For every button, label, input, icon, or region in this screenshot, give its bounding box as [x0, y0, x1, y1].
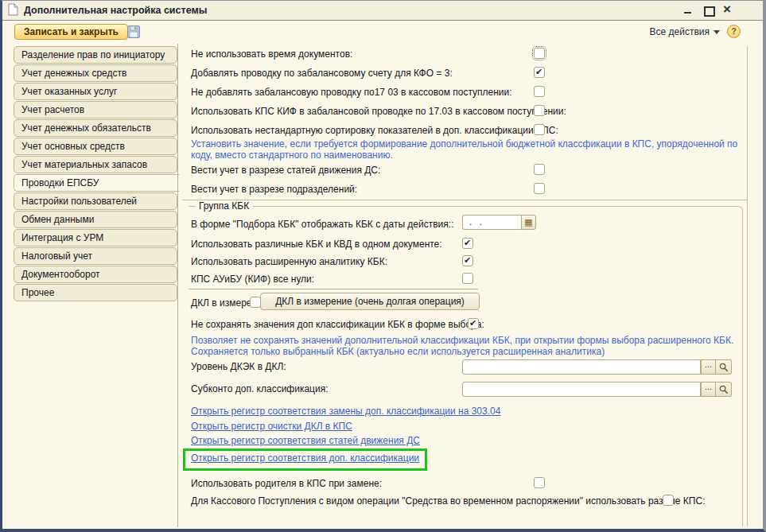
toolbar: Записать и закрыть Все действия ? [2, 21, 763, 44]
checkbox[interactable] [468, 318, 479, 329]
sidebar-item-label: Разделение прав по инициатору [21, 49, 165, 60]
window-title: Дополнительная настройка системы [24, 5, 207, 16]
checkbox[interactable] [462, 255, 473, 266]
info-text-sorting: Установить значение, если требуется форм… [191, 138, 748, 161]
settings-panel: Не использовать время документов:Добавля… [179, 44, 765, 530]
annotation-highlight-box [183, 449, 427, 471]
lookup-more-button[interactable]: ... [701, 359, 716, 375]
dkl-dimension-button[interactable]: ДКЛ в измерение (очень долгая операция) [260, 293, 480, 310]
checkbox-label: Использовать различные КБК и КВД в одном… [191, 239, 442, 250]
sidebar-item[interactable]: Учет денежных средств [14, 64, 177, 82]
sidebar-item-label: Учет основных средств [21, 141, 125, 152]
checkbox[interactable] [534, 164, 545, 175]
checkbox-row: Не добавлять забалансовую проводку по17 … [179, 85, 765, 103]
group-kbk-title: Группа КБК [196, 200, 252, 212]
maximize-button[interactable] [703, 6, 713, 15]
sidebar: Разделение прав по инициаторуУчет денежн… [14, 46, 177, 302]
dkek-level-input[interactable] [462, 359, 701, 375]
sidebar-item-label: Налоговый учет [21, 250, 92, 262]
checkbox-label: Вести учет в разрезе статей движения ДС: [191, 165, 380, 176]
lookup-search-button[interactable] [716, 382, 732, 397]
checkbox-label: Добавлять проводку по забалансовому счет… [191, 68, 453, 79]
app-window: Дополнительная настройка системы Записат… [0, 0, 766, 532]
checkbox-label: Использовать родителя в КПС при замене: [191, 478, 382, 489]
separator-line [182, 200, 747, 200]
sidebar-item[interactable]: Учет основных средств [14, 138, 177, 155]
sidebar-item[interactable]: Учет расчетов [14, 101, 177, 118]
sidebar-item[interactable]: Учет денежных обязательств [14, 119, 177, 137]
sidebar-item[interactable]: Разделение прав по инициатору [14, 46, 177, 64]
chevron-down-icon [714, 30, 720, 34]
sidebar-item-label: Учет оказанных услуг [21, 86, 117, 97]
close-button[interactable] [723, 6, 733, 15]
sidebar-item-label: Учет денежных средств [21, 68, 126, 79]
checkbox-row: Не использовать время документов: [179, 47, 765, 64]
register-link[interactable]: Открыть регистр соответствия замены доп.… [191, 406, 500, 417]
sidebar-item[interactable]: Обмен данными [14, 211, 177, 228]
all-actions-button[interactable]: Все действия [650, 26, 720, 37]
checkbox[interactable] [462, 238, 473, 249]
date-input[interactable]: . . [462, 215, 521, 230]
save-and-close-button[interactable]: Записать и закрыть [14, 24, 128, 40]
sidebar-item-label: Обмен данными [21, 214, 94, 225]
checkbox-label: Использовать расширенную аналитику КБК: [191, 256, 387, 267]
sidebar-item[interactable]: Прочее [14, 284, 177, 301]
sidebar-item-label: Учет денежных обязательств [21, 122, 151, 134]
title-bar: Дополнительная настройка системы [2, 1, 763, 21]
checkbox-label: Вести учет в разрезе подразделений: [191, 184, 357, 195]
checkbox-label: Не использовать время документов: [191, 49, 352, 60]
calendar-picker-button[interactable]: ▦ [521, 215, 536, 230]
subconto-input[interactable] [462, 382, 701, 397]
magnifier-icon [719, 386, 729, 397]
checkbox[interactable] [462, 273, 473, 284]
register-link[interactable]: Открыть регистр соответствия статей движ… [191, 435, 420, 446]
checkbox[interactable] [534, 477, 545, 488]
checkbox[interactable] [534, 124, 545, 135]
checkbox-label: Для Кассового Поступления с видом операц… [191, 495, 706, 507]
no-save-label: Не сохранять значения доп классификации … [191, 319, 484, 330]
all-actions-label: Все действия [650, 26, 710, 37]
lookup-more-button[interactable]: ... [701, 382, 716, 397]
sidebar-item[interactable]: Настройки пользователей [14, 192, 177, 210]
sidebar-item-label: Учет материальных запасов [21, 159, 147, 170]
help-button[interactable]: ? [727, 25, 741, 38]
dkek-level-row: Уровень ДКЭК в ДКЛ: ... [179, 361, 765, 379]
sidebar-item-label: Интеграция с УРМ [21, 232, 103, 243]
checkbox-label: Не добавлять забалансовую проводку по17 … [191, 87, 512, 98]
checkbox[interactable] [534, 48, 545, 59]
info-text-no-save-2: Сохраняется только выбранный КБК (актуал… [191, 346, 744, 357]
floppy-disk-icon [126, 30, 141, 41]
sidebar-item[interactable]: Документооборот [14, 266, 177, 283]
subconto-row: Субконто доп. классификация: ... [179, 383, 765, 401]
dkek-level-label: Уровень ДКЭК в ДКЛ: [191, 361, 286, 372]
checkbox[interactable] [534, 105, 545, 116]
lookup-search-button[interactable] [716, 359, 732, 375]
sidebar-item[interactable]: Учет оказанных услуг [14, 83, 177, 100]
minimize-button[interactable] [683, 6, 693, 15]
checkbox-row: Использовать расширенную аналитику КБК: [179, 254, 765, 272]
checkbox[interactable] [534, 67, 545, 78]
sidebar-item[interactable]: Учет материальных запасов [14, 156, 177, 173]
checkbox[interactable] [534, 183, 545, 194]
sidebar-panel-divider [177, 44, 178, 527]
checkbox-row: Добавлять проводку по забалансовому счет… [179, 66, 765, 83]
sidebar-item[interactable]: Проводки ЕПСБУ [14, 174, 180, 192]
checkbox-row: Вести учет в разрезе статей движения ДС: [179, 163, 765, 181]
checkbox[interactable] [663, 495, 674, 506]
sidebar-item-label: Прочее [21, 287, 54, 298]
register-link[interactable]: Открыть регистр очистки ДКЛ в КПС [191, 421, 352, 432]
sidebar-item-label: Документооборот [21, 269, 100, 280]
save-button[interactable] [126, 25, 142, 40]
sidebar-item-label: Учет расчетов [21, 104, 84, 115]
no-save-row: Не сохранять значения доп классификации … [179, 317, 765, 335]
checkbox-label: Использовать КПС КИФ в забалансовой пров… [191, 106, 566, 117]
checkbox-row: КПС АУиБУ (КИФ) все нули: [179, 272, 765, 289]
date-row-label: В форме "Подбора КБК" отображать КБК с д… [191, 219, 454, 230]
checkbox-label: КПС АУиБУ (КИФ) все нули: [191, 274, 314, 285]
document-icon [8, 3, 18, 18]
checkbox[interactable] [250, 297, 261, 308]
sidebar-item-label: Настройки пользователей [21, 196, 137, 207]
checkbox[interactable] [534, 86, 545, 97]
sidebar-item[interactable]: Налоговый учет [14, 247, 177, 265]
sidebar-item[interactable]: Интеграция с УРМ [14, 229, 177, 247]
